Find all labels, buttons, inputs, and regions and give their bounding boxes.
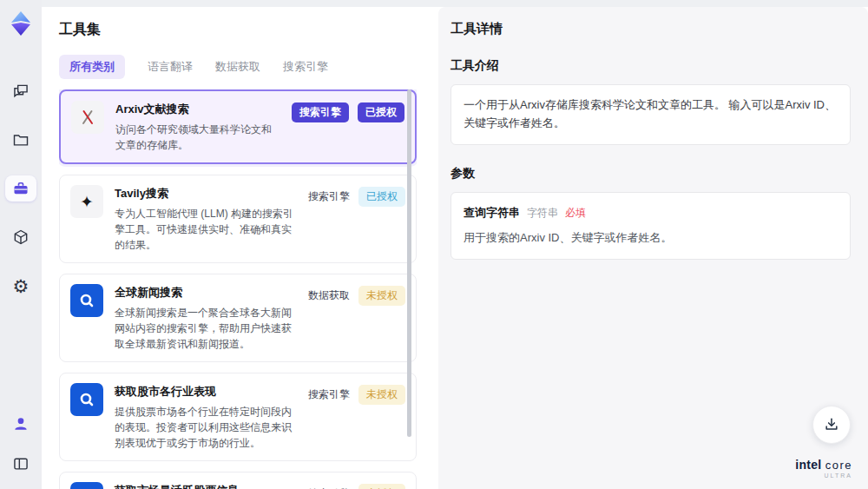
category-badge: 搜索引擎 <box>292 102 349 122</box>
toolset-panel: 工具集 所有类别 语言翻译 数据获取 搜索引擎 Arxiv文献搜索 访问各个研究… <box>42 7 431 489</box>
tab-search-engine[interactable]: 搜索引擎 <box>283 55 328 79</box>
params-heading: 参数 <box>450 166 851 182</box>
user-icon[interactable] <box>5 411 36 437</box>
auth-status-badge: 未授权 <box>358 484 405 489</box>
arxiv-logo-icon <box>71 101 104 134</box>
intel-core-logo: intel core ULTRA <box>795 458 852 479</box>
stock-search-icon <box>70 482 103 489</box>
tool-name: Arxiv文献搜索 <box>115 102 280 117</box>
category-label: 搜索引擎 <box>308 385 350 405</box>
app-logo-icon <box>8 10 34 36</box>
list-scrollbar[interactable] <box>407 89 411 489</box>
tool-card-tavily[interactable]: ✦ Tavily搜索 专为人工智能代理 (LLM) 构建的搜索引擎工具。可快速提… <box>59 175 417 263</box>
toolbox-icon[interactable] <box>5 175 36 202</box>
category-label: 搜索引擎 <box>308 484 350 489</box>
param-desc: 用于搜索的Arxiv ID、关键字或作者姓名。 <box>464 229 838 248</box>
category-tabs: 所有类别 语言翻译 数据获取 搜索引擎 <box>59 55 431 79</box>
tool-desc: 专为人工智能代理 (LLM) 构建的搜索引擎工具。可快速提供实时、准确和真实的结… <box>115 206 297 253</box>
auth-status-badge: 未授权 <box>358 385 405 405</box>
stock-search-icon <box>70 383 103 416</box>
folder-icon[interactable] <box>5 127 36 153</box>
auth-status-badge: 已授权 <box>358 102 404 122</box>
detail-title: 工具详情 <box>450 21 851 37</box>
auth-status-badge: 未授权 <box>358 286 405 306</box>
tool-card-global-news[interactable]: 全球新闻搜索 全球新闻搜索是一个聚合全球各大新闻网站内容的搜索引擎，帮助用户快速… <box>59 274 417 362</box>
tool-name: 获取市场最活跃股票信息 <box>115 483 297 489</box>
download-icon <box>823 416 840 433</box>
brand-core: core <box>825 459 852 472</box>
news-search-icon <box>70 284 103 317</box>
scrollbar-thumb[interactable] <box>407 89 411 437</box>
tool-name: 获取股市各行业表现 <box>115 384 297 400</box>
tool-name: 全球新闻搜索 <box>115 285 297 301</box>
icon-rail: ⚙ <box>0 0 42 489</box>
intro-box: 一个用于从Arxiv存储库搜索科学论文和文章的工具。 输入可以是Arxiv ID… <box>450 84 851 145</box>
tool-card-active-stocks[interactable]: 获取市场最活跃股票信息 提供当天交易量最高的股票列表，投资者可以利用这些信息来识… <box>59 472 417 489</box>
panel-toggle-icon[interactable] <box>5 451 36 477</box>
intro-text: 一个用于从Arxiv存储库搜索科学论文和文章的工具。 输入可以是Arxiv ID… <box>464 98 836 129</box>
auth-status-badge: 已授权 <box>358 187 405 207</box>
category-label: 搜索引擎 <box>308 187 350 207</box>
tool-desc: 全球新闻搜索是一个聚合全球各大新闻网站内容的搜索引擎，帮助用户快速获取全球最新资… <box>115 305 297 352</box>
tool-card-stock-sectors[interactable]: 获取股市各行业表现 提供股票市场各个行业在特定时间段内的表现。投资者可以利用这些… <box>59 373 417 461</box>
tab-language-translation[interactable]: 语言翻译 <box>148 55 193 79</box>
download-button[interactable] <box>812 406 851 444</box>
tab-data-acquisition[interactable]: 数据获取 <box>215 55 260 79</box>
settings-gear-icon[interactable]: ⚙ <box>5 273 36 299</box>
tab-all-categories[interactable]: 所有类别 <box>59 55 125 79</box>
tool-details-panel: 工具详情 工具介绍 一个用于从Arxiv存储库搜索科学论文和文章的工具。 输入可… <box>438 7 868 489</box>
tool-card-list: Arxiv文献搜索 访问各个研究领域大量科学论文和文章的存储库。 搜索引擎 已授… <box>59 89 417 489</box>
tavily-star-icon: ✦ <box>70 185 103 218</box>
param-required-flag: 必填 <box>565 205 586 221</box>
top-strip <box>42 0 868 7</box>
tool-name: Tavily搜索 <box>115 186 297 202</box>
param-name: 查询字符串 <box>464 204 520 222</box>
chat-icon[interactable] <box>5 78 36 104</box>
brand-intel: intel <box>795 458 821 472</box>
intro-heading: 工具介绍 <box>450 58 851 74</box>
tool-card-arxiv[interactable]: Arxiv文献搜索 访问各个研究领域大量科学论文和文章的存储库。 搜索引擎 已授… <box>59 89 417 164</box>
brand-sub: ULTRA <box>795 472 852 479</box>
cube-icon[interactable] <box>5 224 36 250</box>
page-title: 工具集 <box>59 21 431 39</box>
param-type: 字符串 <box>527 205 558 221</box>
param-box: 查询字符串 字符串 必填 用于搜索的Arxiv ID、关键字或作者姓名。 <box>450 192 851 261</box>
tool-desc: 访问各个研究领域大量科学论文和文章的存储库。 <box>115 122 280 153</box>
tool-desc: 提供股票市场各个行业在特定时间段内的表现。投资者可以利用这些信息来识别表现优于或… <box>115 404 297 451</box>
category-label: 数据获取 <box>308 286 350 306</box>
